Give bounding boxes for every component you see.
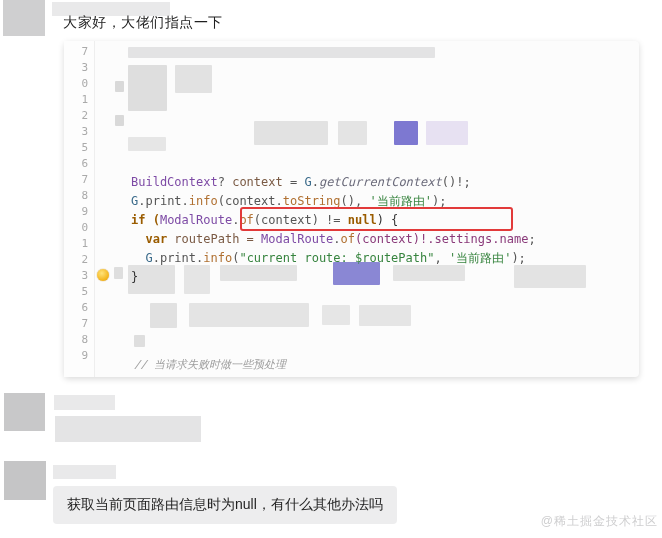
code-blur (115, 115, 124, 126)
code-comment: // 当请求失败时做一些预处理 (134, 357, 286, 372)
message-text: 获取当前页面路由信息时为null，有什么其他办法吗 (67, 496, 383, 512)
code-blur (115, 81, 124, 92)
code-blur (359, 305, 411, 326)
code-screenshot: 7 3 0 1 2 3 5 6 7 8 9 0 1 2 3 5 6 7 8 9 (64, 41, 639, 377)
code-blur (128, 47, 435, 58)
avatar (3, 0, 45, 36)
code-canvas: BuildContext? context = G.getCurrentCont… (94, 41, 639, 377)
message-redacted (55, 416, 201, 442)
code-blur (322, 305, 350, 325)
code-blur (394, 121, 418, 145)
code-blur (426, 121, 468, 145)
code-blur (128, 137, 166, 151)
code-blur (114, 267, 123, 279)
username-redacted (54, 395, 115, 410)
watermark: @稀土掘金技术社区 (541, 513, 658, 530)
code-blur (338, 121, 367, 145)
code-blur (150, 303, 177, 328)
lightbulb-icon[interactable] (97, 269, 109, 281)
code-blur (128, 65, 167, 111)
code-block: BuildContext? context = G.getCurrentCont… (131, 154, 536, 306)
avatar (4, 461, 46, 500)
code-blur (134, 335, 145, 347)
code-blur (189, 303, 309, 327)
code-blur (175, 65, 212, 93)
avatar (4, 393, 45, 431)
line-gutter: 7 3 0 1 2 3 5 6 7 8 9 0 1 2 3 5 6 7 8 9 (64, 41, 95, 377)
username-redacted (53, 465, 116, 479)
code-blur (254, 121, 328, 145)
message-text: 大家好，大佬们指点一下 (63, 14, 223, 32)
message-bubble: 获取当前页面路由信息时为null，有什么其他办法吗 (53, 486, 397, 524)
